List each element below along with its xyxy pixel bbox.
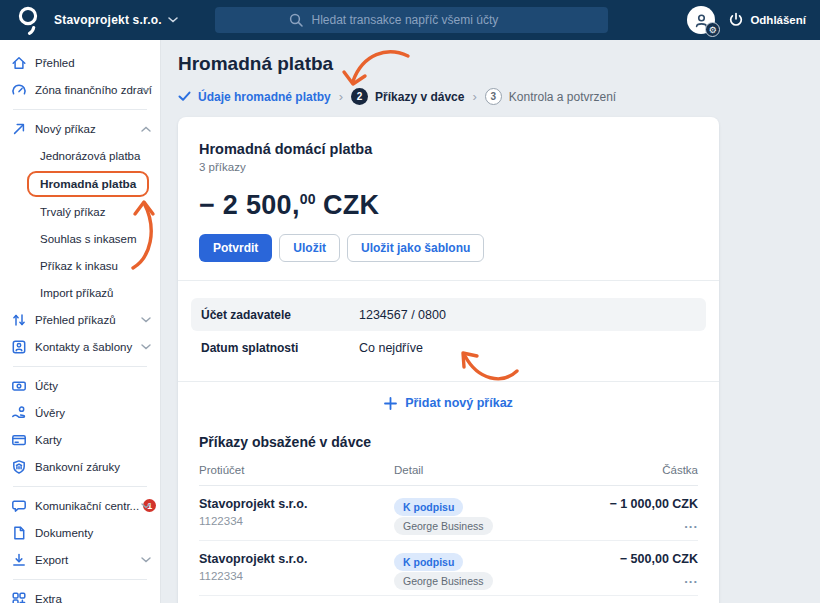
credit-card-icon bbox=[11, 432, 27, 448]
sidebar-item-export[interactable]: Export bbox=[0, 546, 160, 573]
divider bbox=[13, 579, 147, 580]
search-icon bbox=[289, 13, 303, 27]
chevron-down-icon bbox=[168, 17, 178, 23]
search-bar[interactable] bbox=[215, 7, 608, 33]
chevron-down-icon bbox=[141, 503, 151, 509]
table-row[interactable]: Stavoprojekt s.r.o. 1122334 K podpisu Ge… bbox=[199, 541, 698, 596]
annotation-highlight-box: Hromadná platba bbox=[27, 171, 149, 197]
shield-icon bbox=[11, 459, 27, 475]
step-separator: › bbox=[472, 89, 476, 104]
gauge-icon bbox=[11, 82, 27, 98]
add-new-order-button[interactable]: Přidat nový příkaz bbox=[178, 382, 719, 422]
orders-section-title: Příkazy obsažené v dávce bbox=[199, 434, 698, 450]
sidebar-item-uvery[interactable]: Úvěry bbox=[0, 399, 160, 426]
sidebar-item-karty[interactable]: Karty bbox=[0, 426, 160, 453]
step-kontrola-a-potvrzeni: 3 Kontrola a potvrzení bbox=[485, 88, 616, 105]
col-detail: Detail bbox=[394, 464, 568, 476]
sidebar-item-jednorazova-platba[interactable]: Jednorázová platba bbox=[0, 142, 160, 169]
chevron-down-icon bbox=[141, 344, 151, 350]
sidebar-item-komunikacni-centrum[interactable]: Komunikační centr... 1 bbox=[0, 492, 160, 519]
sidebar-item-prehled[interactable]: Přehled bbox=[0, 49, 160, 76]
save-button[interactable]: Uložit bbox=[279, 234, 340, 262]
transfer-arrows-icon bbox=[11, 312, 27, 328]
save-as-template-button[interactable]: Uložit jako šablonu bbox=[347, 234, 484, 262]
topbar: Stavoprojekt s.r.o. ⚙ Odhlášení bbox=[0, 0, 820, 40]
logout-label: Odhlášení bbox=[750, 14, 806, 26]
avatar[interactable]: ⚙ bbox=[687, 6, 715, 34]
more-options-button[interactable]: ... bbox=[568, 575, 698, 583]
col-castka: Částka bbox=[568, 464, 698, 476]
step-separator: › bbox=[339, 89, 343, 104]
step-number: 2 bbox=[351, 88, 368, 105]
wizard-stepper: Údaje hromadné platby › 2 Příkazy v dávc… bbox=[178, 88, 820, 105]
arrow-up-right-icon bbox=[11, 121, 27, 137]
settings-gear-badge[interactable]: ⚙ bbox=[705, 22, 720, 37]
total-amount: − 2 500,00CZK bbox=[199, 190, 698, 221]
gear-icon: ⚙ bbox=[709, 25, 717, 35]
chevron-up-icon bbox=[141, 126, 151, 132]
logout-button[interactable]: Odhlášení bbox=[728, 12, 806, 28]
george-logo[interactable] bbox=[15, 5, 41, 35]
chat-bubble-icon bbox=[11, 498, 27, 514]
payment-details: Účet zadavatele 1234567 / 0800 Datum spl… bbox=[178, 281, 719, 381]
sidebar: Přehled Zóna finančního zdraví Nový přík… bbox=[0, 40, 161, 603]
hand-coin-icon bbox=[11, 405, 27, 421]
chevron-down-icon bbox=[141, 87, 151, 93]
table-row[interactable]: Stavoprojekt s.r.o. 1122334 K podpisu Ge… bbox=[199, 596, 698, 603]
search-input[interactable] bbox=[310, 12, 535, 28]
sidebar-item-souhlas-s-inkasem[interactable]: Souhlas s inkasem bbox=[0, 225, 160, 252]
sidebar-item-ucty[interactable]: Účty bbox=[0, 372, 160, 399]
banknote-icon bbox=[11, 378, 27, 394]
channel-badge: George Business bbox=[394, 517, 493, 535]
sidebar-item-bankovni-zaruky[interactable]: Bankovní záruky bbox=[0, 453, 160, 480]
page-title: Hromadná platba bbox=[178, 53, 820, 75]
detail-row-ucet-zadavatele: Účet zadavatele 1234567 / 0800 bbox=[191, 298, 706, 331]
power-icon bbox=[728, 12, 744, 28]
step-number: 3 bbox=[485, 88, 502, 105]
chevron-down-icon bbox=[141, 317, 151, 323]
sidebar-item-extra[interactable]: Extra bbox=[0, 585, 160, 603]
company-switcher[interactable]: Stavoprojekt s.r.o. bbox=[54, 13, 178, 27]
step-udaje-hromadne-platby[interactable]: Údaje hromadné platby bbox=[178, 90, 331, 104]
check-icon bbox=[178, 91, 191, 102]
sidebar-item-prehled-prikazu[interactable]: Přehled příkazů bbox=[0, 306, 160, 333]
status-badge: K podpisu bbox=[394, 498, 463, 516]
sidebar-item-novy-prikaz[interactable]: Nový příkaz bbox=[0, 115, 160, 142]
more-options-button[interactable]: ... bbox=[568, 520, 698, 528]
table-header: Protiúčet Detail Částka bbox=[199, 452, 698, 486]
divider bbox=[13, 486, 147, 487]
topbar-right: ⚙ Odhlášení bbox=[687, 6, 806, 34]
payment-type-title: Hromadná domácí platba bbox=[199, 141, 698, 157]
divider bbox=[13, 109, 147, 110]
sidebar-item-trvaly-prikaz[interactable]: Trvalý příkaz bbox=[0, 198, 160, 225]
sidebar-item-hromadna-platba[interactable]: Hromadná platba bbox=[0, 169, 160, 198]
orders-in-batch-section: Příkazy obsažené v dávce Protiúčet Detai… bbox=[178, 422, 719, 603]
confirm-button[interactable]: Potvrdit bbox=[199, 234, 272, 262]
sidebar-item-prikaz-k-inkasu[interactable]: Příkaz k inkasu bbox=[0, 252, 160, 279]
sidebar-item-dokumenty[interactable]: Dokumenty bbox=[0, 519, 160, 546]
main-content: Hromadná platba Údaje hromadné platby › … bbox=[161, 40, 820, 603]
payment-summary: Hromadná domácí platba 3 příkazy − 2 500… bbox=[178, 117, 719, 280]
document-icon bbox=[11, 525, 27, 541]
divider bbox=[13, 366, 147, 367]
col-protiucet: Protiúčet bbox=[199, 464, 394, 476]
channel-badge: George Business bbox=[394, 572, 493, 590]
chevron-down-icon bbox=[141, 557, 151, 563]
step-prikazy-v-davce: 2 Příkazy v dávce bbox=[351, 88, 464, 105]
download-icon bbox=[11, 552, 27, 568]
company-name: Stavoprojekt s.r.o. bbox=[54, 13, 162, 27]
sidebar-item-kontakty-a-sablony[interactable]: Kontakty a šablony bbox=[0, 333, 160, 360]
contact-card-icon bbox=[11, 339, 27, 355]
apps-grid-plus-icon bbox=[11, 591, 27, 603]
table-row[interactable]: Stavoprojekt s.r.o. 1122334 K podpisu Ge… bbox=[199, 486, 698, 541]
orders-count: 3 příkazy bbox=[199, 161, 698, 173]
action-buttons: Potvrdit Uložit Uložit jako šablonu bbox=[199, 234, 698, 262]
george-logo-icon bbox=[15, 5, 41, 35]
batch-payment-card: Hromadná domácí platba 3 příkazy − 2 500… bbox=[178, 117, 719, 603]
home-icon bbox=[11, 55, 27, 71]
sidebar-item-zona-financniho-zdravi[interactable]: Zóna finančního zdraví bbox=[0, 76, 160, 103]
plus-icon bbox=[384, 397, 397, 410]
detail-row-datum-splatnosti: Datum splatnosti Co nejdříve bbox=[191, 331, 706, 364]
status-badge: K podpisu bbox=[394, 553, 463, 571]
sidebar-item-import-prikazu[interactable]: Import příkazů bbox=[0, 279, 160, 306]
